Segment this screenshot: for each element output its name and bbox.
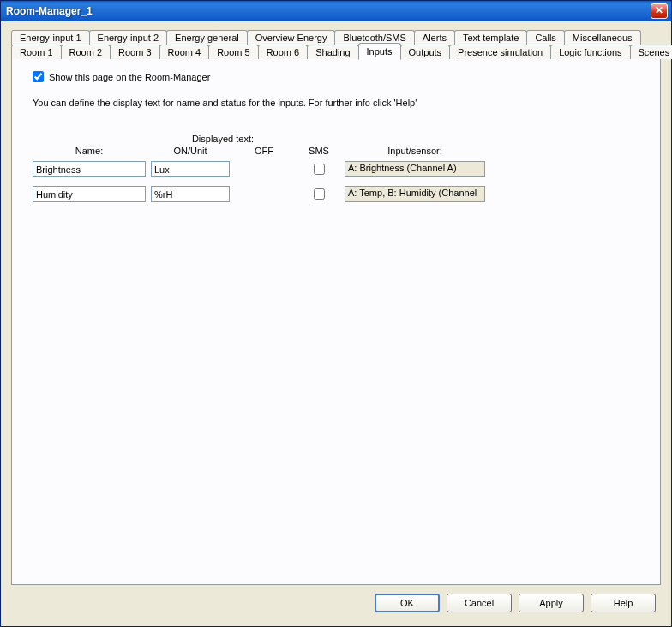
name-field-1[interactable] [33, 161, 146, 177]
tab-outputs[interactable]: Outputs [400, 45, 451, 59]
input-row-2: A: Temp, B: Humidity (Channel [33, 186, 645, 202]
apply-button[interactable]: Apply [519, 594, 584, 612]
tabs-container: Energy-input 1 Energy-input 2 Energy gen… [11, 30, 661, 585]
tab-energy-general[interactable]: Energy general [166, 30, 248, 45]
inputs-grid: Displayed text: Name: ON/Unit OFF SMS In… [33, 134, 645, 202]
sms-checkbox-2[interactable] [314, 188, 325, 200]
tab-calls[interactable]: Calls [526, 30, 564, 45]
show-page-label: Show this page on the Room-Manager [49, 72, 210, 82]
tab-energy-input-2[interactable]: Energy-input 2 [89, 30, 168, 45]
tab-room-3[interactable]: Room 3 [110, 45, 160, 59]
tab-room-1[interactable]: Room 1 [11, 45, 62, 59]
header-sensor: Input/sensor: [345, 146, 485, 156]
header-sms: SMS [298, 146, 339, 156]
header-displayed-text: Displayed text: [151, 134, 295, 144]
name-field-2[interactable] [33, 186, 146, 202]
on-unit-field-2[interactable] [151, 186, 230, 202]
tab-room-5[interactable]: Room 5 [208, 45, 259, 59]
tab-room-4[interactable]: Room 4 [159, 45, 210, 59]
close-icon[interactable]: ✕ [651, 3, 668, 19]
tab-miscellaneous[interactable]: Miscellaneous [564, 30, 641, 45]
tab-text-template[interactable]: Text template [454, 30, 527, 45]
ok-button[interactable]: OK [375, 594, 440, 612]
tab-inputs[interactable]: Inputs [358, 43, 401, 60]
titlebar: Room-Manager_1 ✕ [1, 1, 671, 21]
tab-row-1: Energy-input 1 Energy-input 2 Energy gen… [11, 30, 661, 45]
description-text: You can define the display text for name… [33, 98, 645, 108]
header-name: Name: [33, 146, 146, 156]
tab-alerts[interactable]: Alerts [414, 30, 455, 45]
tab-logic-functions[interactable]: Logic functions [550, 45, 630, 59]
tab-row-2: Room 1 Room 2 Room 3 Room 4 Room 5 Room … [11, 45, 661, 59]
header-on-unit: ON/Unit [151, 146, 230, 156]
tab-presence-sim[interactable]: Presence simulation [449, 45, 551, 59]
header-off: OFF [233, 146, 295, 156]
button-bar: OK Cancel Apply Help [11, 585, 661, 618]
cancel-button[interactable]: Cancel [447, 594, 512, 612]
column-headers: Name: ON/Unit OFF SMS Input/sensor: [33, 146, 645, 156]
tab-room-6[interactable]: Room 6 [258, 45, 309, 59]
tab-energy-input-1[interactable]: Energy-input 1 [11, 30, 90, 45]
tab-scenes[interactable]: Scenes [630, 45, 672, 59]
dialog-window: Room-Manager_1 ✕ Energy-input 1 Energy-i… [0, 0, 672, 627]
sensor-display-1: A: Brightness (Channel A) [345, 161, 485, 177]
sms-checkbox-1[interactable] [314, 164, 325, 175]
tab-content-inputs: Show this page on the Room-Manager You c… [11, 58, 661, 585]
window-title: Room-Manager_1 [6, 5, 93, 17]
input-row-1: A: Brightness (Channel A) [33, 161, 645, 177]
tab-room-2[interactable]: Room 2 [61, 45, 111, 59]
help-button[interactable]: Help [591, 594, 656, 612]
show-page-checkbox[interactable] [33, 71, 44, 82]
sensor-display-2: A: Temp, B: Humidity (Channel [345, 186, 485, 202]
show-page-row: Show this page on the Room-Manager [33, 71, 645, 82]
tab-shading[interactable]: Shading [307, 45, 358, 59]
tab-rows: Energy-input 1 Energy-input 2 Energy gen… [11, 30, 661, 59]
tab-overview-energy[interactable]: Overview Energy [247, 30, 336, 45]
body: Energy-input 1 Energy-input 2 Energy gen… [1, 21, 671, 626]
on-unit-field-1[interactable] [151, 161, 230, 177]
